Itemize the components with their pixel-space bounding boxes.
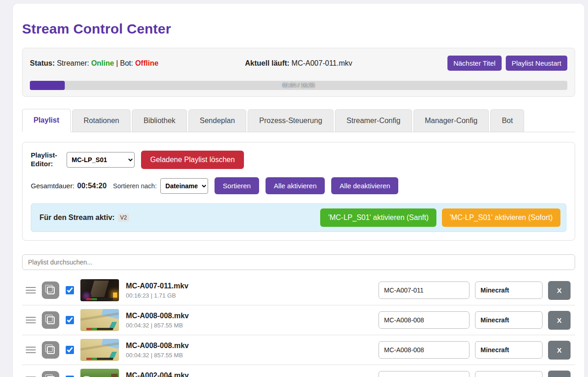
- title-field[interactable]: [379, 371, 469, 377]
- category-field[interactable]: [475, 311, 543, 329]
- bot-label: Bot:: [120, 59, 133, 67]
- duplicate-icon: [47, 316, 55, 324]
- total-duration-label: Gesamtdauer:: [31, 182, 74, 190]
- page-title: Stream Control Center: [22, 21, 575, 37]
- tab-bot[interactable]: Bot: [490, 109, 524, 132]
- row-active-checkbox[interactable]: [66, 286, 74, 294]
- playlist-row: MC-A002-004.mkv 00:15:29 | 1.54 GB X: [22, 365, 575, 377]
- tab-manager-config[interactable]: Manager-Config: [413, 109, 489, 132]
- sort-select[interactable]: Dateiname: [160, 178, 208, 194]
- remove-button[interactable]: X: [548, 311, 571, 330]
- file-meta: 00:16:23 | 1.71 GB: [126, 292, 379, 299]
- activate-soft-button[interactable]: 'MC-LP_S01' aktivieren (Sanft): [320, 208, 436, 227]
- duplicate-button[interactable]: [42, 341, 59, 359]
- playlist-select[interactable]: MC-LP_S01: [67, 152, 135, 168]
- playlist-restart-button[interactable]: Playlist Neustart: [506, 56, 567, 71]
- duplicate-icon: [47, 287, 55, 294]
- category-field[interactable]: [475, 341, 543, 359]
- video-thumbnail: [80, 279, 119, 301]
- status-separator: |: [116, 59, 118, 67]
- title-field[interactable]: [379, 341, 469, 359]
- deactivate-all-button[interactable]: Alle deaktivieren: [331, 177, 398, 194]
- playlist-row: MC-A008-008.mkv 00:04:32 | 857.55 MB X: [22, 335, 575, 365]
- status-panel: Status: Streamer: Online | Bot: Offline …: [22, 48, 575, 97]
- stream-active-label: Für den Stream aktiv:: [40, 214, 115, 222]
- filename: MC-A007-011.mkv: [126, 282, 379, 290]
- streamer-label: Streamer:: [57, 59, 89, 67]
- category-field[interactable]: [475, 371, 543, 377]
- tab-rotationen[interactable]: Rotationen: [72, 109, 130, 132]
- filename: MC-A002-004.mkv: [126, 371, 379, 377]
- remove-button[interactable]: X: [548, 281, 571, 300]
- now-playing-label: Aktuell läuft:: [245, 59, 289, 67]
- tab-prozess-steuerung[interactable]: Prozess-Steuerung: [248, 109, 334, 132]
- title-field[interactable]: [379, 281, 469, 299]
- title-field[interactable]: [379, 311, 469, 329]
- video-thumbnail: [80, 339, 119, 361]
- duplicate-button[interactable]: [42, 281, 59, 299]
- delete-playlist-button[interactable]: Geladene Playlist löschen: [141, 151, 244, 169]
- file-meta: 00:04:32 | 857.55 MB: [126, 322, 379, 329]
- duplicate-button[interactable]: [42, 311, 59, 329]
- total-duration-value: 00:54:20: [77, 182, 107, 190]
- playlist-rows: MC-A007-011.mkv 00:16:23 | 1.71 GB X MC-…: [22, 276, 575, 377]
- drag-handle-icon[interactable]: [26, 287, 36, 293]
- stream-active-bar: Für den Stream aktiv: V2 'MC-LP_S01' akt…: [31, 203, 566, 232]
- category-field[interactable]: [475, 281, 543, 299]
- duplicate-icon: [47, 346, 55, 354]
- tab-playlist[interactable]: Playlist: [22, 109, 71, 132]
- tab-streamer-config[interactable]: Streamer-Config: [335, 109, 412, 132]
- tab-sendeplan[interactable]: Sendeplan: [188, 109, 247, 132]
- version-badge: V2: [118, 214, 130, 222]
- now-playing: Aktuell läuft: MC-A007-011.mkv: [209, 59, 388, 68]
- row-active-checkbox[interactable]: [66, 316, 74, 324]
- filename: MC-A008-008.mkv: [126, 342, 379, 350]
- sort-button[interactable]: Sortieren: [215, 177, 259, 194]
- activate-all-button[interactable]: Alle aktivieren: [266, 177, 325, 194]
- tab-bibliothek[interactable]: Bibliothek: [132, 109, 187, 132]
- tab-bar: Playlist Rotationen Bibliothek Sendeplan…: [22, 109, 575, 132]
- drag-handle-icon[interactable]: [26, 317, 36, 323]
- status-label: Status:: [30, 59, 55, 67]
- remove-button[interactable]: X: [548, 371, 571, 377]
- playlist-editor-panel: Playlist-Editor: MC-LP_S01 Geladene Play…: [22, 142, 575, 241]
- playback-progress-bar: 01:04 / 16:23: [30, 81, 567, 90]
- playlist-editor-label: Playlist-Editor:: [31, 151, 60, 169]
- video-thumbnail: [80, 309, 119, 331]
- sort-by-label: Sortieren nach:: [113, 182, 157, 190]
- filename: MC-A008-008.mkv: [126, 312, 379, 320]
- duplicate-button[interactable]: [42, 371, 59, 377]
- main-card: Stream Control Center Status: Streamer: …: [13, 4, 584, 377]
- now-playing-file: MC-A007-011.mkv: [292, 59, 352, 67]
- playlist-search-input[interactable]: [22, 254, 575, 270]
- playlist-row: MC-A008-008.mkv 00:04:32 | 857.55 MB X: [22, 305, 575, 335]
- streamer-state: Online: [91, 59, 114, 67]
- bot-state: Offline: [135, 59, 158, 67]
- progress-time-label: 01:04 / 16:23: [30, 81, 567, 90]
- stream-status-text: Status: Streamer: Online | Bot: Offline: [30, 59, 209, 68]
- row-active-checkbox[interactable]: [66, 346, 74, 354]
- remove-button[interactable]: X: [548, 341, 571, 360]
- activate-instant-button[interactable]: 'MC-LP_S01' aktivieren (Sofort): [442, 208, 560, 227]
- video-thumbnail: [80, 369, 119, 377]
- next-title-button[interactable]: Nächster Titel: [447, 56, 502, 71]
- playlist-row: MC-A007-011.mkv 00:16:23 | 1.71 GB X: [22, 276, 575, 305]
- file-meta: 00:04:32 | 857.55 MB: [126, 352, 379, 359]
- drag-handle-icon[interactable]: [26, 347, 36, 353]
